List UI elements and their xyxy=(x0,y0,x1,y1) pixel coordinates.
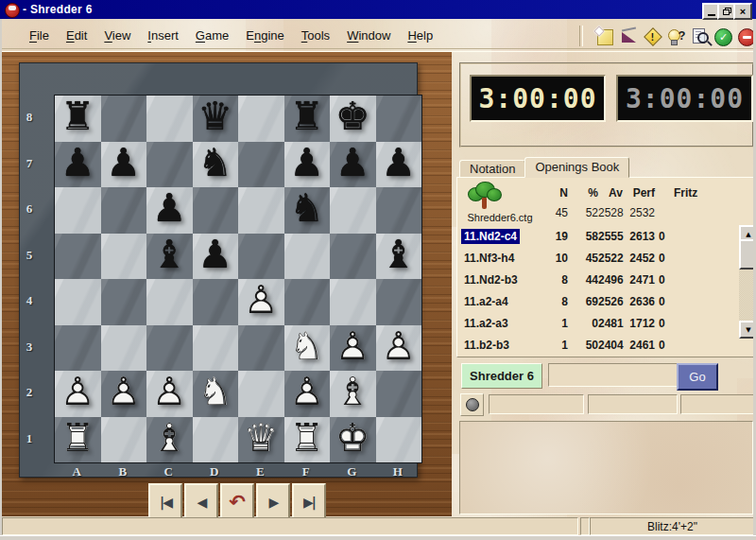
app-icon[interactable] xyxy=(5,3,20,18)
square-c7[interactable] xyxy=(146,142,193,188)
square-g7[interactable]: ♟ xyxy=(330,142,376,188)
square-g8[interactable]: ♚ xyxy=(330,96,376,142)
square-g3[interactable]: ♟♙ xyxy=(330,325,376,372)
hint-icon[interactable]: ? xyxy=(666,27,686,47)
forward-button[interactable]: ▶ xyxy=(256,483,290,521)
book-move[interactable]: 11.a2-a3 xyxy=(461,317,541,330)
square-d5[interactable]: ♟ xyxy=(193,234,239,280)
go-end-button[interactable]: ▶| xyxy=(292,483,326,521)
square-e2[interactable] xyxy=(238,371,284,417)
square-h4[interactable] xyxy=(376,279,422,325)
square-b4[interactable] xyxy=(101,279,147,325)
square-d2[interactable]: ♞♘ xyxy=(193,371,239,417)
book-move[interactable]: 11.Nf3-h4 xyxy=(461,252,541,265)
square-a2[interactable]: ♟♙ xyxy=(55,371,101,417)
go-start-button[interactable]: |◀ xyxy=(148,483,182,521)
book-move[interactable]: 11.Nd2-c4 xyxy=(461,230,541,243)
square-g6[interactable] xyxy=(330,187,376,234)
square-h1[interactable] xyxy=(376,417,422,463)
square-c8[interactable] xyxy=(146,96,193,142)
square-a7[interactable]: ♟ xyxy=(55,142,101,188)
square-b7[interactable]: ♟ xyxy=(101,142,147,188)
square-a5[interactable] xyxy=(55,234,101,280)
square-c5[interactable]: ♝ xyxy=(146,234,193,280)
square-h6[interactable] xyxy=(376,187,422,234)
square-c1[interactable]: ♝♗ xyxy=(146,417,193,463)
square-g2[interactable]: ♝♗ xyxy=(330,371,376,417)
square-a8[interactable]: ♜ xyxy=(55,96,101,142)
engine-on-icon[interactable]: ✓ xyxy=(713,27,733,47)
menu-insert[interactable]: Insert xyxy=(139,26,187,45)
square-f4[interactable] xyxy=(284,279,331,325)
square-c4[interactable] xyxy=(146,279,193,325)
engine-input[interactable] xyxy=(548,363,679,387)
menu-engine[interactable]: Engine xyxy=(237,26,292,45)
menu-game[interactable]: Game xyxy=(187,26,237,45)
menu-file[interactable]: File xyxy=(21,26,58,45)
square-e5[interactable] xyxy=(238,234,284,280)
square-g5[interactable] xyxy=(330,234,376,280)
square-g1[interactable]: ♚♔ xyxy=(330,417,376,463)
book-row[interactable]: 11.a2-a310248117120 xyxy=(461,312,745,334)
square-d3[interactable] xyxy=(193,325,239,372)
square-h8[interactable] xyxy=(376,96,422,142)
square-f3[interactable]: ♞♘ xyxy=(284,325,331,372)
book-row[interactable]: 11.Nd2-b3844249624710 xyxy=(461,269,745,290)
square-e1[interactable]: ♛♕ xyxy=(238,417,284,463)
square-d1[interactable] xyxy=(193,417,239,463)
square-b5[interactable] xyxy=(101,234,147,280)
square-h3[interactable]: ♟♙ xyxy=(376,325,422,372)
book-row[interactable]: 11.Nf3-h41045252224520 xyxy=(461,247,745,269)
square-f7[interactable]: ♟ xyxy=(284,142,331,188)
tab-notation[interactable]: Notation xyxy=(459,160,525,178)
close-button[interactable]: × xyxy=(733,3,752,20)
square-a6[interactable] xyxy=(55,187,101,234)
square-d4[interactable] xyxy=(193,279,239,325)
menu-help[interactable]: Help xyxy=(399,26,441,45)
square-e6[interactable] xyxy=(238,187,284,234)
book-move[interactable]: 11.b2-b3 xyxy=(461,339,541,352)
square-h5[interactable]: ♝ xyxy=(376,234,422,280)
scrollbar[interactable]: ▲ ▼ xyxy=(739,225,754,339)
book-move[interactable]: 11.a2-a4 xyxy=(461,295,541,308)
book-row[interactable]: 11.a2-a4869252626360 xyxy=(461,290,745,312)
square-b8[interactable] xyxy=(101,96,147,142)
tab-openings-book[interactable]: Openings Book xyxy=(524,157,629,178)
menu-tools[interactable]: Tools xyxy=(293,26,338,45)
menu-edit[interactable]: Edit xyxy=(58,26,95,45)
engine-led-button[interactable] xyxy=(460,393,484,416)
go-button[interactable]: Go xyxy=(677,363,718,391)
menu-window[interactable]: Window xyxy=(338,26,399,45)
analyze-icon[interactable] xyxy=(690,27,710,47)
square-b6[interactable] xyxy=(101,187,147,234)
square-f8[interactable]: ♜ xyxy=(284,96,331,142)
square-c3[interactable] xyxy=(146,325,193,372)
back-button[interactable]: ◀ xyxy=(184,483,218,521)
square-b3[interactable] xyxy=(101,325,147,372)
square-f6[interactable]: ♞ xyxy=(284,187,331,234)
book-row[interactable]: 11.b2-b3150240424610 xyxy=(461,334,745,356)
square-b2[interactable]: ♟♙ xyxy=(101,371,147,417)
book-move[interactable]: 11.Nd2-b3 xyxy=(461,273,541,287)
takeback-button[interactable]: ↶ xyxy=(220,483,254,521)
menu-view[interactable]: View xyxy=(95,26,139,45)
square-f1[interactable]: ♜♖ xyxy=(284,417,331,463)
square-b1[interactable] xyxy=(101,417,147,463)
move-now-icon[interactable]: ! xyxy=(643,27,662,47)
book-row[interactable]: 11.Nd2-c41958255526130 xyxy=(461,225,745,247)
square-e4[interactable]: ♟♙ xyxy=(238,279,284,325)
new-game-icon[interactable] xyxy=(595,27,615,47)
square-c6[interactable]: ♟ xyxy=(146,187,193,234)
square-a4[interactable] xyxy=(55,279,101,325)
square-e8[interactable] xyxy=(238,96,284,142)
square-h2[interactable] xyxy=(376,371,422,417)
square-a1[interactable]: ♜♖ xyxy=(55,417,101,463)
square-c2[interactable]: ♟♙ xyxy=(146,371,193,417)
square-f2[interactable]: ♟♙ xyxy=(284,371,331,417)
square-d7[interactable]: ♞ xyxy=(193,142,239,188)
square-a3[interactable] xyxy=(55,325,101,372)
square-d6[interactable] xyxy=(193,187,239,234)
square-e7[interactable] xyxy=(238,142,284,188)
square-g4[interactable] xyxy=(330,279,376,325)
square-f5[interactable] xyxy=(284,234,331,280)
